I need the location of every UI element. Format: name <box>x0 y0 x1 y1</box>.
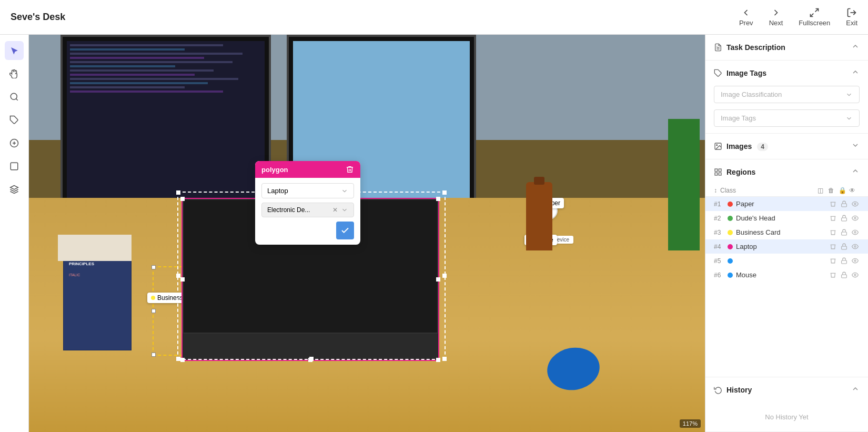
region-6-lock[interactable] <box>840 270 849 279</box>
region-row-6[interactable]: #6 Mouse <box>705 268 868 282</box>
polygon-class-select[interactable]: Laptop <box>261 183 354 198</box>
region-row-5[interactable]: #5 <box>705 254 868 268</box>
green-item <box>668 119 700 250</box>
region-6-color <box>728 273 733 278</box>
region-4-delete[interactable] <box>829 242 837 251</box>
images-count-badge: 4 <box>757 142 768 150</box>
region-3-visibility[interactable] <box>851 228 860 237</box>
region-6-visibility[interactable] <box>851 270 860 279</box>
app-title: Seve's Desk <box>11 12 739 23</box>
polygon-tag-field[interactable]: Electronic De... ✕ <box>261 203 354 217</box>
polygon-popup: polygon Laptop Electronic De... ✕ <box>255 161 360 245</box>
zoom-indicator: 117% <box>680 419 701 428</box>
region-4-lock[interactable] <box>840 242 849 251</box>
region-5-visibility[interactable] <box>851 256 860 265</box>
region-5-delete[interactable] <box>829 256 837 265</box>
history-icon <box>714 386 722 394</box>
image-tags-header[interactable]: Image Tags <box>705 61 868 86</box>
svg-rect-20 <box>842 204 847 207</box>
svg-point-25 <box>854 232 856 233</box>
polygon-delete-button[interactable] <box>346 165 354 174</box>
svg-point-31 <box>854 274 856 276</box>
svg-rect-18 <box>719 173 721 175</box>
svg-rect-17 <box>719 169 721 172</box>
col-icon-3: 🔒 <box>839 187 849 194</box>
region-row-2[interactable]: #2 Dude's Head <box>705 211 868 225</box>
svg-rect-24 <box>842 232 847 235</box>
tag-tool[interactable] <box>5 110 24 129</box>
image-tags-select[interactable]: Image Tags <box>714 109 860 127</box>
rectangle-tool[interactable] <box>5 157 24 176</box>
region-3-lock[interactable] <box>840 228 849 237</box>
svg-rect-16 <box>715 169 718 172</box>
task-description-chevron <box>851 42 860 53</box>
region-3-color <box>728 230 733 235</box>
region-2-delete[interactable] <box>829 214 837 223</box>
region-2-lock[interactable] <box>840 214 849 223</box>
svg-rect-28 <box>842 260 847 264</box>
svg-marker-10 <box>11 186 18 190</box>
svg-line-4 <box>16 98 17 100</box>
region-5-color <box>728 258 733 264</box>
tag-close-button[interactable]: ✕ <box>332 206 338 214</box>
book-1: PRINCIPLES ITALIC <box>63 256 132 350</box>
prev-button[interactable]: Prev <box>739 7 753 27</box>
right-panel: Task Description Image Tags <box>705 35 868 432</box>
svg-line-1 <box>811 14 814 17</box>
svg-rect-26 <box>842 246 847 249</box>
svg-point-21 <box>854 203 856 205</box>
region-row-4[interactable]: #4 Laptop <box>705 239 868 254</box>
regions-table-header: ↕ Class ◫ 🗑 🔒 👁 <box>705 185 868 197</box>
layers-tool[interactable] <box>5 180 24 199</box>
task-description-section: Task Description <box>705 35 868 61</box>
search-tool[interactable] <box>5 87 24 106</box>
book-2 <box>58 235 132 261</box>
history-header[interactable]: History <box>705 377 868 403</box>
next-button[interactable]: Next <box>769 7 783 27</box>
region-2-visibility[interactable] <box>851 214 860 223</box>
region-1-delete[interactable] <box>829 199 837 208</box>
history-section: History No History Yet <box>705 377 868 432</box>
region-3-delete[interactable] <box>829 228 837 237</box>
svg-point-29 <box>854 260 856 262</box>
svg-rect-22 <box>842 218 847 221</box>
region-row-3[interactable]: #3 Business Card <box>705 225 868 239</box>
svg-line-0 <box>815 9 819 12</box>
images-chevron <box>851 141 860 152</box>
region-4-visibility[interactable] <box>851 242 860 251</box>
history-chevron <box>851 385 860 395</box>
cursor-tool[interactable] <box>5 41 24 60</box>
sort-icon[interactable]: ↕ <box>714 187 717 194</box>
images-header[interactable]: Images 4 <box>705 134 868 159</box>
region-4-color <box>728 244 733 249</box>
region-row-1[interactable]: #1 Paper <box>705 197 868 211</box>
polygon-confirm-button[interactable] <box>336 222 354 239</box>
svg-point-15 <box>716 145 718 146</box>
polygon-popup-header: polygon <box>255 161 360 178</box>
region-1-color <box>728 202 733 207</box>
add-circle-tool[interactable] <box>5 134 24 153</box>
svg-point-27 <box>854 246 856 247</box>
regions-section: Regions ↕ Class ◫ 🗑 🔒 👁 #1 Paper <box>705 159 868 377</box>
region-1-lock[interactable] <box>840 199 849 208</box>
regions-icon <box>714 168 722 176</box>
task-description-header[interactable]: Task Description <box>705 35 868 60</box>
region-1-visibility[interactable] <box>851 199 860 208</box>
image-classification-select[interactable]: Image Classification <box>714 86 860 103</box>
images-icon <box>714 142 722 150</box>
main-layout: acer PRINCIPLES ITALIC <box>0 35 868 432</box>
hand-tool[interactable] <box>5 64 24 83</box>
region-2-color <box>728 216 733 221</box>
region-5-lock[interactable] <box>840 256 849 265</box>
svg-rect-30 <box>842 275 847 278</box>
col-icon-2: 🗑 <box>828 187 839 194</box>
image-tags-section: Image Tags Image Classification Image Ta… <box>705 61 868 134</box>
fullscreen-button[interactable]: Fullscreen <box>799 7 830 27</box>
regions-header[interactable]: Regions <box>705 159 868 185</box>
canvas-area[interactable]: acer PRINCIPLES ITALIC <box>29 35 705 432</box>
exit-button[interactable]: Exit <box>846 7 857 27</box>
region-6-delete[interactable] <box>829 270 837 279</box>
regions-chevron <box>851 167 860 177</box>
scene-background: acer PRINCIPLES ITALIC <box>29 35 705 432</box>
bottle-object <box>526 182 552 250</box>
